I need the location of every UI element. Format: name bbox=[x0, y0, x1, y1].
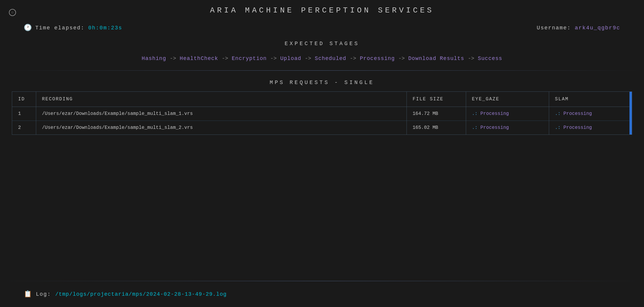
cell-filesize-1: 164.72 MB bbox=[407, 107, 466, 121]
cell-id-2: 2 bbox=[12, 121, 36, 135]
username-value: ark4u_qgbr9c bbox=[575, 25, 620, 31]
cell-slam-2: .: Processing bbox=[549, 121, 632, 135]
header: ○ ARIA MACHINE PERCEPTION SERVICES bbox=[0, 0, 644, 21]
mps-title: MPS REQUESTS - SINGLE bbox=[12, 80, 632, 86]
slam-dot-2: .: bbox=[555, 125, 564, 130]
table-row: 2 /Users/ezar/Downloads/Example/sample_m… bbox=[12, 121, 632, 135]
arrow-4: -> bbox=[305, 56, 311, 61]
col-header-id: ID bbox=[12, 92, 36, 107]
cell-id-1: 1 bbox=[12, 107, 36, 121]
processing-dot-1: .: bbox=[472, 111, 481, 116]
stage-download-results: Download Results bbox=[408, 56, 464, 61]
clock-icon: 🕐 bbox=[24, 24, 32, 32]
arrow-3: -> bbox=[270, 56, 277, 61]
col-header-filesize: FILE SIZE bbox=[407, 92, 466, 107]
log-section: 📋 Log: /tmp/logs/projectaria/mps/2024-02… bbox=[0, 281, 644, 307]
timer-label: Time elapsed: bbox=[35, 25, 85, 31]
slam-label-1: Processing bbox=[563, 111, 592, 116]
stage-scheduled: Scheduled bbox=[315, 56, 346, 61]
col-header-slam: SLAM bbox=[549, 92, 632, 107]
cell-recording-2: /Users/ezar/Downloads/Example/sample_mul… bbox=[36, 121, 407, 135]
arrow-5: -> bbox=[350, 56, 356, 61]
requests-table-container: ID RECORDING FILE SIZE EYE_GAZE SLAM 1 /… bbox=[12, 91, 632, 135]
table-row: 1 /Users/ezar/Downloads/Example/sample_m… bbox=[12, 107, 632, 121]
username-label: Username: bbox=[537, 25, 575, 31]
stage-processing: Processing bbox=[360, 56, 395, 61]
info-row: 🕐 Time elapsed: 0h:0m:23s Username: ark4… bbox=[0, 21, 644, 38]
timer-section: 🕐 Time elapsed: 0h:0m:23s bbox=[24, 24, 122, 32]
window-control[interactable]: ○ bbox=[9, 9, 16, 16]
cell-eyegaze-2: .: Processing bbox=[466, 121, 549, 135]
arrow-7: -> bbox=[468, 56, 474, 61]
slam-label-2: Processing bbox=[563, 125, 592, 130]
username-section: Username: ark4u_qgbr9c bbox=[537, 25, 620, 31]
app-container: ○ ARIA MACHINE PERCEPTION SERVICES 🕐 Tim… bbox=[0, 0, 644, 307]
arrow-6: -> bbox=[398, 56, 405, 61]
stage-encryption: Encryption bbox=[232, 56, 267, 61]
timer-value: 0h:0m:23s bbox=[88, 25, 122, 31]
cell-filesize-2: 165.02 MB bbox=[407, 121, 466, 135]
stages-list: Hashing -> HealthCheck -> Encryption -> … bbox=[142, 56, 502, 61]
stage-upload: Upload bbox=[280, 56, 301, 61]
log-icon: 📋 bbox=[24, 290, 32, 298]
processing-label-2: Processing bbox=[480, 125, 509, 130]
processing-dot-2: .: bbox=[472, 125, 481, 130]
arrow-1: -> bbox=[170, 56, 176, 61]
col-header-recording: RECORDING bbox=[36, 92, 407, 107]
log-label: Log: bbox=[36, 291, 51, 297]
cell-slam-1: .: Processing bbox=[549, 107, 632, 121]
cell-recording-1: /Users/ezar/Downloads/Example/sample_mul… bbox=[36, 107, 407, 121]
slam-dot-1: .: bbox=[555, 111, 564, 116]
stages-title: EXPECTED STAGES bbox=[285, 41, 359, 47]
window-control-icon: ○ bbox=[11, 10, 14, 15]
col-header-eyegaze: EYE_GAZE bbox=[466, 92, 549, 107]
processing-label-1: Processing bbox=[480, 111, 509, 116]
cell-eyegaze-1: .: Processing bbox=[466, 107, 549, 121]
stage-success: Success bbox=[478, 56, 503, 61]
app-title: ARIA MACHINE PERCEPTION SERVICES bbox=[210, 6, 434, 15]
stages-section: EXPECTED STAGES Hashing -> HealthCheck -… bbox=[0, 38, 644, 70]
requests-table: ID RECORDING FILE SIZE EYE_GAZE SLAM 1 /… bbox=[12, 92, 632, 134]
arrow-2: -> bbox=[222, 56, 228, 61]
stage-hashing: Hashing bbox=[142, 56, 166, 61]
table-header-row: ID RECORDING FILE SIZE EYE_GAZE SLAM bbox=[12, 92, 632, 107]
stage-healthcheck: HealthCheck bbox=[180, 56, 218, 61]
log-path: /tmp/logs/projectaria/mps/2024-02-28-13-… bbox=[55, 291, 227, 297]
mps-section: MPS REQUESTS - SINGLE ID RECORDING FILE … bbox=[0, 71, 644, 275]
